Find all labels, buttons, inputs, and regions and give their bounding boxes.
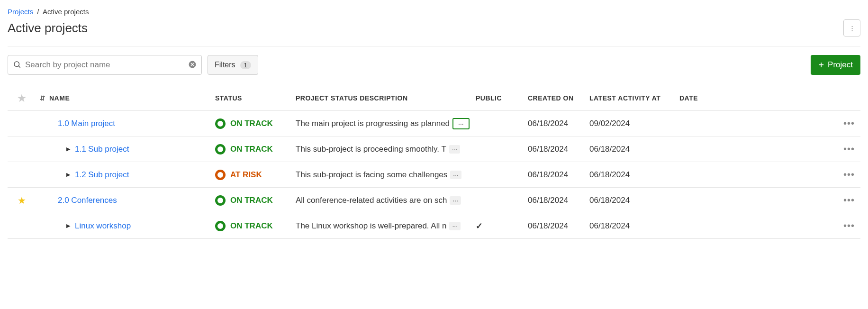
col-header-latest[interactable]: LATEST ACTIVITY AT <box>589 94 679 102</box>
description-expand-button[interactable]: ··· <box>450 196 461 205</box>
latest-activity-cell: 06/18/2024 <box>589 170 679 180</box>
actions-cell: ••• <box>717 144 860 154</box>
description-text: All conference-related activities are on… <box>296 196 447 205</box>
status-cell: ON TRACK <box>215 144 296 154</box>
actions-cell: ••• <box>717 169 860 180</box>
col-header-hierarchy[interactable]: ⇵ <box>36 94 49 102</box>
filters-label: Filters <box>215 61 235 69</box>
expand-toggle-icon[interactable]: ▶ <box>66 223 72 229</box>
col-header-status[interactable]: STATUS <box>215 94 296 102</box>
latest-activity-cell: 06/18/2024 <box>589 221 679 231</box>
search-input[interactable] <box>25 60 188 70</box>
status-cell: ON TRACK <box>215 118 296 129</box>
description-cell: This sub-project is proceeding smoothly.… <box>296 145 476 154</box>
description-text: The main project is progressing as plann… <box>296 119 450 128</box>
col-header-date[interactable]: DATE <box>679 94 717 102</box>
add-project-button[interactable]: + Project <box>811 55 860 75</box>
row-more-button[interactable]: ••• <box>843 220 855 231</box>
page-title: Active projects <box>8 21 88 36</box>
actions-cell: ••• <box>717 195 860 206</box>
created-on-cell: 06/18/2024 <box>528 196 589 205</box>
created-on-cell: 06/18/2024 <box>528 145 589 154</box>
expand-toggle-icon[interactable]: ▶ <box>66 172 72 178</box>
favorite-cell[interactable]: ★ <box>8 195 36 206</box>
col-header-favorite[interactable]: ★ <box>8 92 36 104</box>
status-cell: ON TRACK <box>215 195 296 206</box>
description-expand-button[interactable]: ··· <box>452 118 470 129</box>
row-more-button[interactable]: ••• <box>843 118 855 129</box>
plus-icon: + <box>818 60 824 70</box>
col-header-public[interactable]: PUBLIC <box>476 94 528 102</box>
add-project-label: Project <box>828 60 853 70</box>
project-link[interactable]: 2.0 Conferences <box>58 196 117 205</box>
name-cell: 2.0 Conferences <box>49 196 215 205</box>
description-expand-button[interactable]: ··· <box>449 145 461 154</box>
page-more-button[interactable]: ⋮ <box>843 19 860 36</box>
project-link[interactable]: 1.2 Sub project <box>75 170 129 180</box>
status-label: AT RISK <box>230 170 262 180</box>
latest-activity-cell: 06/18/2024 <box>589 196 679 205</box>
breadcrumb-current: Active projects <box>43 8 89 16</box>
description-cell: The main project is progressing as plann… <box>296 118 476 129</box>
latest-activity-cell: 06/18/2024 <box>589 145 679 154</box>
project-link[interactable]: 1.0 Main project <box>58 119 115 128</box>
description-expand-button[interactable]: ··· <box>449 222 461 230</box>
status-label: ON TRACK <box>230 196 273 205</box>
table-row: ★2.0 ConferencesON TRACKAll conference-r… <box>8 188 860 213</box>
col-header-name[interactable]: NAME <box>49 94 215 102</box>
name-cell: ▶1.1 Sub project <box>49 145 215 154</box>
row-more-button[interactable]: ••• <box>843 169 855 180</box>
status-icon <box>215 170 226 180</box>
row-more-button[interactable]: ••• <box>843 195 855 206</box>
toolbar: Filters 1 + Project <box>8 55 860 75</box>
divider <box>8 46 860 46</box>
table-row: ▶Linux workshopON TRACKThe Linux worksho… <box>8 213 860 239</box>
status-icon <box>215 118 226 129</box>
page-title-row: Active projects ⋮ <box>8 19 860 36</box>
breadcrumb: Projects / Active projects <box>8 8 860 16</box>
actions-cell: ••• <box>717 220 860 231</box>
description-text: This sub-project is proceeding smoothly.… <box>296 145 446 154</box>
breadcrumb-root-link[interactable]: Projects <box>8 8 33 16</box>
table-row: 1.0 Main projectON TRACKThe main project… <box>8 111 860 136</box>
latest-activity-cell: 09/02/2024 <box>589 119 679 128</box>
description-cell: The Linux workshop is well-prepared. All… <box>296 221 476 231</box>
description-text: The Linux workshop is well-prepared. All… <box>296 221 446 231</box>
star-icon: ★ <box>18 195 26 206</box>
star-icon: ★ <box>18 92 27 104</box>
status-label: ON TRACK <box>230 119 273 128</box>
page-container: Projects / Active projects Active projec… <box>0 0 868 246</box>
table-row: ▶1.2 Sub projectAT RISKThis sub-project … <box>8 162 860 188</box>
projects-table: ★ ⇵ NAME STATUS PROJECT STATUS DESCRIPTI… <box>8 85 860 239</box>
col-header-desc[interactable]: PROJECT STATUS DESCRIPTION <box>296 94 476 102</box>
table-row: ▶1.1 Sub projectON TRACKThis sub-project… <box>8 136 860 162</box>
search-wrap <box>8 55 202 75</box>
project-link[interactable]: 1.1 Sub project <box>75 145 129 154</box>
expand-toggle-icon[interactable]: ▶ <box>66 146 72 152</box>
actions-cell: ••• <box>717 118 860 129</box>
created-on-cell: 06/18/2024 <box>528 221 589 231</box>
table-header: ★ ⇵ NAME STATUS PROJECT STATUS DESCRIPTI… <box>8 85 860 111</box>
search-icon <box>13 60 21 70</box>
status-icon <box>215 221 226 231</box>
name-cell: ▶1.2 Sub project <box>49 170 215 180</box>
description-text: This sub-project is facing some challeng… <box>296 170 447 180</box>
description-cell: This sub-project is facing some challeng… <box>296 170 476 180</box>
status-icon <box>215 195 226 206</box>
col-header-created[interactable]: CREATED ON <box>528 94 589 102</box>
filters-count-badge: 1 <box>240 61 251 69</box>
status-label: ON TRACK <box>230 145 273 154</box>
svg-point-0 <box>14 62 19 67</box>
created-on-cell: 06/18/2024 <box>528 119 589 128</box>
page-actions: ⋮ <box>843 19 860 36</box>
name-cell: ▶Linux workshop <box>49 221 215 231</box>
kebab-icon: ⋮ <box>849 25 855 32</box>
clear-search-icon[interactable] <box>188 60 197 70</box>
description-expand-button[interactable]: ··· <box>450 171 461 179</box>
breadcrumb-separator: / <box>37 8 39 16</box>
table-body: 1.0 Main projectON TRACKThe main project… <box>8 111 860 239</box>
description-cell: All conference-related activities are on… <box>296 196 476 205</box>
filters-button[interactable]: Filters 1 <box>208 55 258 75</box>
project-link[interactable]: Linux workshop <box>75 221 131 231</box>
row-more-button[interactable]: ••• <box>843 144 855 154</box>
